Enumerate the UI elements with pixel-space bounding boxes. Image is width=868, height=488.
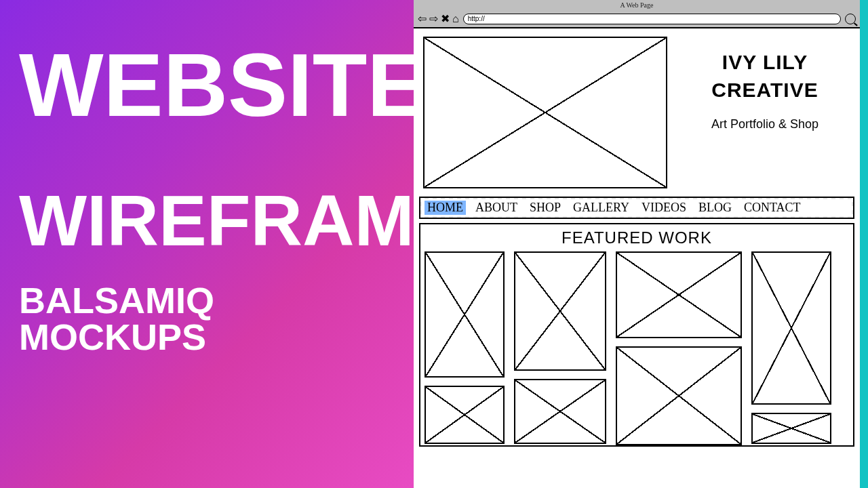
forward-arrow-icon[interactable]: ⇨ <box>429 14 438 24</box>
thumb-placeholder[interactable] <box>616 251 742 338</box>
brand-name-line2: CREATIVE <box>679 77 850 104</box>
nav-videos[interactable]: VIDEOS <box>639 201 689 215</box>
thumb-placeholder[interactable] <box>514 379 606 444</box>
brand-block: IVY LILY CREATIVE Art Portfolio & Shop <box>679 37 850 188</box>
thumb-placeholder[interactable] <box>425 386 505 444</box>
back-arrow-icon[interactable]: ⇦ <box>418 14 427 24</box>
nav-home[interactable]: HOME <box>425 201 466 215</box>
headline-line2: WIREFRAME <box>19 184 395 256</box>
promo-panel: WEBSITE WIREFRAME BALSAMIQ MOCKUPS <box>0 0 414 488</box>
thumb-placeholder[interactable] <box>425 251 505 378</box>
headline-line1: WEBSITE <box>19 41 395 130</box>
nav-contact[interactable]: CONTACT <box>741 201 804 215</box>
nav-shop[interactable]: SHOP <box>527 201 564 215</box>
stop-icon[interactable]: ✖ <box>441 14 450 24</box>
nav-about[interactable]: ABOUT <box>473 201 520 215</box>
featured-grid <box>425 251 849 445</box>
address-bar[interactable]: http:// <box>463 14 841 24</box>
featured-section: FEATURED WORK <box>419 223 854 447</box>
thumb-placeholder[interactable] <box>514 251 606 371</box>
hero-section: IVY LILY CREATIVE Art Portfolio & Shop <box>419 33 854 192</box>
thumb-placeholder[interactable] <box>751 251 831 405</box>
hero-image-placeholder <box>423 37 667 188</box>
brand-name-line1: IVY LILY <box>679 49 850 77</box>
featured-heading: FEATURED WORK <box>425 228 849 247</box>
headline-subtitle: BALSAMIQ MOCKUPS <box>19 282 395 355</box>
thumb-placeholder[interactable] <box>616 346 742 445</box>
search-icon[interactable] <box>845 14 856 24</box>
brand-tagline: Art Portfolio & Shop <box>679 117 850 131</box>
thumb-placeholder[interactable] <box>751 413 831 444</box>
nav-gallery[interactable]: GALLERY <box>570 201 632 215</box>
mockup-page: IVY LILY CREATIVE Art Portfolio & Shop H… <box>414 28 860 488</box>
mockup-browser-window: A Web Page ⇦ ⇨ ✖ ⌂ http:// IVY LILY CREA… <box>414 0 868 488</box>
nav-blog[interactable]: BLOG <box>696 201 734 215</box>
home-icon[interactable]: ⌂ <box>452 14 459 24</box>
primary-nav: HOME ABOUT SHOP GALLERY VIDEOS BLOG CONT… <box>419 197 854 219</box>
browser-window-title: A Web Page <box>414 1 860 9</box>
browser-chrome: A Web Page ⇦ ⇨ ✖ ⌂ http:// <box>414 0 860 28</box>
